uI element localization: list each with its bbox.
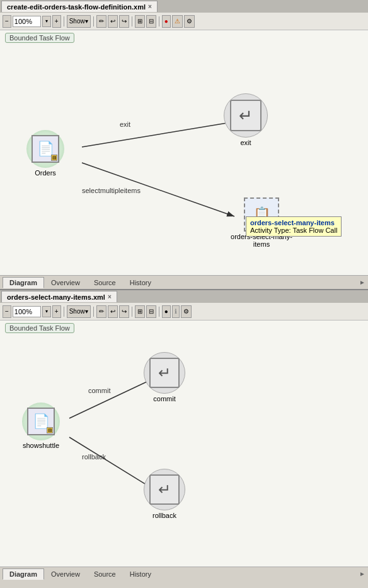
rollback-node[interactable]: ↵ rollback — [144, 469, 185, 519]
toolbar-btn-3[interactable]: ↪ — [119, 15, 129, 28]
top-file-tab[interactable]: create-edit-orders-task-flow-definition.… — [1, 1, 158, 12]
bottom-zoom-dropdown[interactable]: ▾ — [42, 306, 51, 317]
svg-line-2 — [82, 122, 234, 147]
bottom-toolbar-btn-7[interactable]: ℹ — [172, 305, 180, 318]
top-tab-bar: create-edit-orders-task-flow-definition.… — [0, 0, 368, 13]
toolbar-btn-5[interactable]: ⊟ — [146, 15, 156, 28]
top-bottom-tabs: Diagram Overview Source History ► — [0, 275, 368, 289]
bottom-diagram-area: Bounded Task Flow commit rollback — [0, 320, 368, 567]
bottom-toolbar-separator-1 — [64, 307, 64, 317]
toolbar-btn-6[interactable]: ● — [162, 15, 171, 28]
bottom-zoom-controls: − ▾ + — [3, 305, 61, 318]
bottom-toolbar-btn-1[interactable]: ✏ — [96, 305, 106, 318]
commit-node[interactable]: ↵ commit — [144, 352, 185, 403]
top-tab-diagram[interactable]: Diagram — [3, 277, 44, 288]
bottom-tab-overview[interactable]: Overview — [44, 568, 87, 580]
bottom-tab-bar: orders-select-many-items.xml × — [0, 290, 368, 303]
toolbar-separator-2 — [93, 16, 94, 26]
bottom-show-button[interactable]: Show ▾ — [67, 305, 91, 318]
bottom-tab-history[interactable]: History — [123, 568, 158, 580]
bottom-zoom-out-button[interactable]: − — [3, 305, 11, 318]
bottom-toolbar-separator-4 — [159, 307, 159, 317]
bottom-toolbar-btn-5[interactable]: ⊟ — [146, 305, 156, 318]
selectmultipleitems-edge-label: selectmultipleitems — [82, 187, 141, 194]
orders-select-tooltip: orders-select-many-items Activity Type: … — [246, 216, 342, 237]
commit-node-label: commit — [153, 395, 175, 403]
toolbar-btn-4[interactable]: ⊞ — [135, 15, 145, 28]
toolbar-separator-1 — [64, 16, 64, 26]
top-diagram-area: Bounded Task Flow exit selectmultipleite… — [0, 30, 368, 275]
zoom-out-button[interactable]: − — [3, 15, 11, 28]
bottom-toolbar-separator-3 — [132, 307, 132, 317]
showshuttle-node[interactable]: 📄 ▤ showshuttle — [22, 403, 60, 449]
bottom-zoom-input[interactable] — [13, 306, 41, 317]
exit-edge-label: exit — [120, 121, 130, 128]
bottom-file-tab-label: orders-select-many-items.xml — [7, 293, 105, 301]
bottom-panel: orders-select-many-items.xml × − ▾ + Sho… — [0, 290, 368, 580]
exit-node[interactable]: ↵ exit — [224, 93, 268, 146]
show-button[interactable]: Show ▾ — [67, 15, 91, 28]
bottom-file-tab-close[interactable]: × — [108, 293, 112, 300]
rollback-edge-label: rollback — [82, 453, 106, 461]
bottom-toolbar-btn-4[interactable]: ⊞ — [135, 305, 145, 318]
bottom-toolbar-btn-6[interactable]: ● — [162, 305, 171, 318]
bottom-tab-source[interactable]: Source — [87, 568, 123, 580]
top-toolbar: − ▾ + Show ▾ ✏ ↩ ↪ ⊞ ⊟ ● ⚠ ⚙ — [0, 13, 368, 30]
top-tab-scroll[interactable]: ► — [359, 279, 365, 286]
top-badge: Bounded Task Flow — [5, 33, 74, 43]
top-panel: create-edit-orders-task-flow-definition.… — [0, 0, 368, 290]
zoom-controls: − ▾ + — [3, 15, 61, 28]
bottom-tab-diagram[interactable]: Diagram — [3, 568, 44, 580]
tooltip-title: orders-select-many-items — [250, 219, 337, 226]
showshuttle-node-label: showshuttle — [23, 442, 59, 449]
toolbar-separator-4 — [159, 16, 159, 26]
zoom-input[interactable] — [13, 16, 41, 27]
toolbar-btn-8[interactable]: ⚙ — [184, 15, 195, 28]
orders-node[interactable]: 📄 ▤ Orders — [26, 130, 64, 177]
commit-edge-label: commit — [88, 387, 110, 394]
top-file-tab-close[interactable]: × — [148, 3, 152, 10]
bottom-toolbar-btn-8[interactable]: ⚙ — [181, 305, 192, 318]
top-file-tab-label: create-edit-orders-task-flow-definition.… — [7, 3, 146, 11]
bottom-toolbar-btn-2[interactable]: ↩ — [108, 305, 118, 318]
toolbar-btn-2[interactable]: ↩ — [108, 15, 118, 28]
bottom-toolbar: − ▾ + Show ▾ ✏ ↩ ↪ ⊞ ⊟ ● ℹ ⚙ — [0, 303, 368, 320]
rollback-node-label: rollback — [152, 512, 176, 519]
top-tab-overview[interactable]: Overview — [44, 277, 87, 288]
toolbar-btn-1[interactable]: ✏ — [96, 15, 106, 28]
bottom-file-tab[interactable]: orders-select-many-items.xml × — [1, 291, 117, 302]
bottom-bottom-tabs: Diagram Overview Source History ► — [0, 567, 368, 580]
bottom-toolbar-btn-3[interactable]: ↪ — [119, 305, 129, 318]
bottom-zoom-in-button[interactable]: + — [52, 305, 61, 318]
bottom-badge: Bounded Task Flow — [5, 323, 74, 333]
toolbar-separator-3 — [132, 16, 132, 26]
zoom-in-button[interactable]: + — [52, 15, 61, 28]
orders-node-label: Orders — [35, 169, 56, 177]
toolbar-btn-7[interactable]: ⚠ — [172, 15, 183, 28]
top-tab-history[interactable]: History — [123, 277, 158, 288]
bottom-toolbar-separator-2 — [93, 307, 94, 317]
zoom-dropdown[interactable]: ▾ — [42, 16, 51, 27]
tooltip-subtitle: Activity Type: Task Flow Call — [250, 226, 337, 234]
top-tab-source[interactable]: Source — [87, 277, 123, 288]
exit-node-label: exit — [240, 139, 251, 146]
bottom-tab-scroll[interactable]: ► — [359, 570, 365, 577]
